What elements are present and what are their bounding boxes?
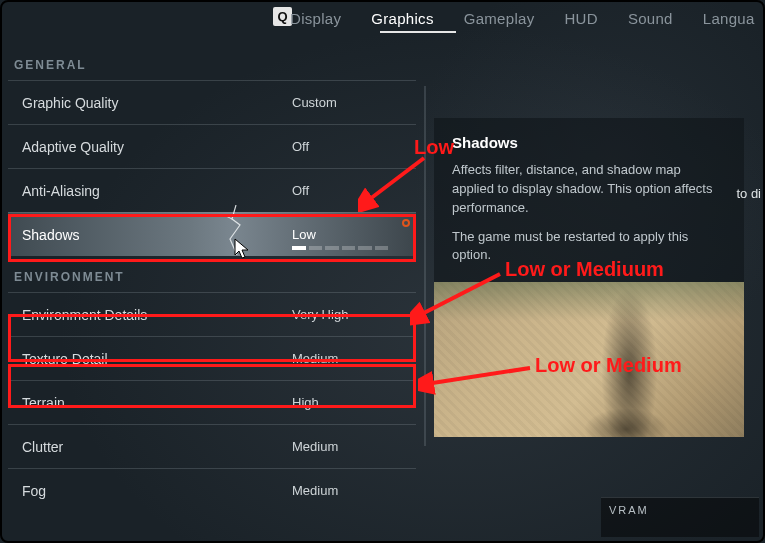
cursor-icon	[234, 238, 254, 260]
row-value: Medium	[292, 483, 398, 498]
row-label: Graphic Quality	[22, 95, 292, 111]
tab-gameplay[interactable]: Gameplay	[449, 3, 550, 35]
restart-required-icon	[402, 219, 410, 227]
row-value: Medium	[292, 351, 398, 366]
tab-hud[interactable]: HUD	[549, 3, 612, 35]
info-description-2: The game must be restarted to apply this…	[452, 228, 726, 266]
preview-image	[434, 282, 744, 437]
info-title: Shadows	[452, 134, 726, 151]
info-description-1: Affects filter, distance, and shadow map…	[452, 161, 726, 218]
row-label: Clutter	[22, 439, 292, 455]
row-adaptive-quality[interactable]: Adaptive Quality Off	[8, 124, 416, 168]
tab-sound[interactable]: Sound	[613, 3, 688, 35]
row-label: Environment Details	[22, 307, 292, 323]
section-header-environment: ENVIRONMENT	[8, 256, 416, 292]
row-anti-aliasing[interactable]: Anti-Aliasing Off	[8, 168, 416, 212]
row-value: Medium	[292, 439, 398, 454]
row-label: Adaptive Quality	[22, 139, 292, 155]
tab-underline	[380, 31, 456, 33]
row-label: Anti-Aliasing	[22, 183, 292, 199]
row-label: Texture Detail	[22, 351, 292, 367]
edge-truncated-text: to di	[736, 186, 761, 201]
value-tick-bar	[292, 246, 388, 250]
row-value: Very High	[292, 307, 398, 322]
row-value: Off	[292, 183, 398, 198]
row-clutter[interactable]: Clutter Medium	[8, 424, 416, 468]
vertical-divider	[424, 86, 426, 446]
vram-label: VRAM	[609, 504, 649, 516]
vram-indicator: VRAM	[601, 497, 759, 537]
row-value: Low	[292, 227, 398, 242]
row-texture-detail[interactable]: Texture Detail Medium	[8, 336, 416, 380]
settings-list: GENERAL Graphic Quality Custom Adaptive …	[8, 44, 416, 512]
tab-display[interactable]: Display	[275, 3, 356, 35]
row-shadows[interactable]: Shadows Low	[8, 212, 416, 256]
row-value: High	[292, 395, 398, 410]
info-panel: Shadows Affects filter, distance, and sh…	[434, 118, 744, 285]
row-fog[interactable]: Fog Medium	[8, 468, 416, 512]
row-environment-details[interactable]: Environment Details Very High	[8, 292, 416, 336]
row-value: Off	[292, 139, 398, 154]
row-label: Terrain	[22, 395, 292, 411]
tab-language[interactable]: Langua	[688, 3, 765, 35]
row-value: Custom	[292, 95, 398, 110]
row-terrain[interactable]: Terrain High	[8, 380, 416, 424]
row-label: Fog	[22, 483, 292, 499]
row-graphic-quality[interactable]: Graphic Quality Custom	[8, 80, 416, 124]
section-header-general: GENERAL	[8, 44, 416, 80]
